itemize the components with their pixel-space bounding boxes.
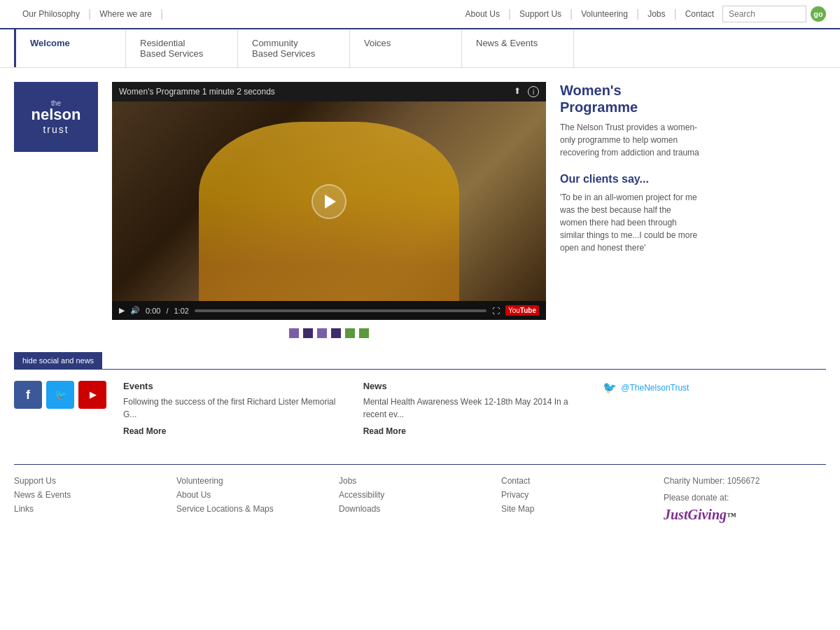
footer-link-links[interactable]: Links (14, 504, 176, 514)
top-nav-links: Our Philosophy | Where we are | About Us… (14, 8, 722, 20)
womens-programme-title: Women's Programme (560, 82, 700, 115)
video-time-separator: / (166, 307, 168, 315)
video-title: Women's Programme 1 minute 2 seconds (119, 87, 275, 97)
video-frame[interactable] (112, 102, 546, 301)
sec-nav-residential-label: Residential (140, 38, 185, 48)
right-sidebar: Women's Programme The Nelson Trust provi… (560, 82, 700, 254)
logo[interactable]: the nelson trust (14, 82, 98, 152)
carousel-dot-2[interactable] (303, 328, 313, 338)
social-icons-group: f 🐦 ▶ (14, 381, 106, 409)
events-column: Events Following the success of the firs… (123, 381, 346, 436)
video-time: 0:00 (146, 307, 160, 315)
sec-nav-voices-label: Voices (364, 38, 391, 48)
nav-link-jobs[interactable]: Jobs (639, 9, 673, 19)
news-column: News Mental Health Awareness Week 12-18t… (363, 381, 587, 436)
twitter-icon[interactable]: 🐦 (46, 381, 74, 409)
footer-divider (14, 464, 826, 465)
news-text: Mental Health Awareness Week 12-18th May… (363, 396, 587, 421)
logo-trust: trust (43, 124, 69, 135)
video-box: Women's Programme 1 minute 2 seconds ⬆ i… (112, 82, 546, 320)
footer-link-news-events[interactable]: News & Events (14, 490, 176, 500)
nav-link-contact[interactable]: Contact (677, 9, 722, 19)
footer-link-jobs[interactable]: Jobs (339, 476, 501, 486)
video-duration: 1:02 (174, 307, 188, 315)
sec-nav-news-events[interactable]: News & Events (462, 29, 574, 67)
video-carousel-dots (112, 328, 546, 338)
footer-link-downloads[interactable]: Downloads (339, 504, 501, 514)
footer-link-support-us[interactable]: Support Us (14, 476, 176, 486)
search-area: go (722, 6, 826, 22)
nav-link-volunteering[interactable]: Volunteering (573, 9, 636, 19)
footer-link-privacy[interactable]: Privacy (501, 490, 664, 500)
video-controls: ▶ 🔊 0:00 / 1:02 ⛶ YouTube (112, 301, 546, 320)
search-go-button[interactable]: go (811, 6, 826, 22)
facebook-icon[interactable]: f (14, 381, 42, 409)
footer-links: Support Us News & Events Links Volunteer… (0, 476, 840, 523)
sec-nav-residential[interactable]: Residential Based Services (126, 29, 238, 67)
charity-number: Charity Number: 1056672 (664, 476, 826, 486)
footer-col-3: Jobs Accessibility Downloads (339, 476, 501, 523)
nav-link-support-us[interactable]: Support Us (511, 9, 570, 19)
footer-link-accessibility[interactable]: Accessibility (339, 490, 501, 500)
video-icons: ⬆ i (514, 86, 539, 97)
secondary-navigation: Welcome Residential Based Services Commu… (0, 29, 840, 68)
footer-link-contact[interactable]: Contact (501, 476, 664, 486)
sec-nav-welcome[interactable]: Welcome (14, 29, 126, 67)
sec-nav-residential-sub: Based Services (140, 48, 223, 59)
nav-link-about-us[interactable]: About Us (457, 9, 508, 19)
top-navigation: Our Philosophy | Where we are | About Us… (0, 0, 840, 29)
clients-say-quote: 'To be in an all-women project for me wa… (560, 191, 700, 254)
play-pause-icon[interactable]: ▶ (119, 306, 125, 315)
carousel-dot-6[interactable] (359, 328, 369, 338)
events-text: Following the success of the first Richa… (123, 396, 346, 421)
youtube-icon[interactable]: ▶ (78, 381, 106, 409)
footer-link-volunteering[interactable]: Volunteering (176, 476, 339, 486)
nav-link-our-philosophy[interactable]: Our Philosophy (14, 9, 88, 19)
events-title: Events (123, 381, 346, 391)
sec-nav-community-sub: Based Services (252, 48, 335, 59)
nav-link-where-we-are[interactable]: Where we are (91, 9, 160, 19)
sec-nav-news-label: News & Events (476, 38, 538, 48)
hide-social-button[interactable]: hide social and news (14, 352, 102, 369)
carousel-dot-3[interactable] (317, 328, 327, 338)
fullscreen-icon[interactable]: ⛶ (492, 307, 500, 315)
news-read-more[interactable]: Read More (363, 426, 587, 436)
footer-link-about-us[interactable]: About Us (176, 490, 339, 500)
search-input[interactable] (722, 6, 806, 22)
carousel-dot-1[interactable] (289, 328, 299, 338)
events-read-more[interactable]: Read More (123, 426, 346, 436)
logo-the: the (51, 99, 61, 107)
share-icon[interactable]: ⬆ (514, 86, 521, 97)
just-giving-logo[interactable]: JustGiving™ (664, 507, 826, 523)
sec-nav-welcome-label: Welcome (30, 38, 70, 48)
social-row: f 🐦 ▶ Events Following the success of th… (14, 381, 826, 436)
footer-link-sitemap[interactable]: Site Map (501, 504, 664, 514)
footer-col-4: Contact Privacy Site Map (501, 476, 664, 523)
logo-nelson: nelson (31, 107, 81, 122)
footer-col-1: Support Us News & Events Links (14, 476, 176, 523)
youtube-logo: YouTube (505, 305, 539, 316)
sec-nav-voices[interactable]: Voices (350, 29, 462, 67)
info-icon[interactable]: i (528, 86, 539, 97)
footer-link-service-locations[interactable]: Service Locations & Maps (176, 504, 339, 514)
video-top-bar: Women's Programme 1 minute 2 seconds ⬆ i (112, 82, 546, 102)
play-button[interactable] (312, 184, 346, 219)
twitter-handle-text: @TheNelsonTrust (621, 383, 689, 393)
carousel-dot-4[interactable] (331, 328, 341, 338)
footer-col-5: Charity Number: 1056672 Please donate at… (664, 476, 826, 523)
volume-icon[interactable]: 🔊 (130, 306, 140, 315)
video-container: Women's Programme 1 minute 2 seconds ⬆ i… (112, 82, 546, 338)
main-content: the nelson trust Women's Programme 1 min… (0, 68, 840, 352)
play-icon (325, 195, 336, 209)
twitter-handle[interactable]: 🐦 @TheNelsonTrust (603, 381, 826, 394)
footer-col-2: Volunteering About Us Service Locations … (176, 476, 339, 523)
video-progress-bar[interactable] (195, 309, 486, 312)
clients-say-title: Our clients say... (560, 173, 700, 186)
carousel-dot-5[interactable] (345, 328, 355, 338)
nav-separator-2: | (160, 8, 163, 20)
social-divider (14, 369, 826, 370)
sec-nav-community[interactable]: Community Based Services (238, 29, 350, 67)
twitter-bird-icon: 🐦 (603, 381, 617, 394)
news-title: News (363, 381, 587, 391)
social-news-section: hide social and news f 🐦 ▶ Events Follow… (0, 352, 840, 450)
